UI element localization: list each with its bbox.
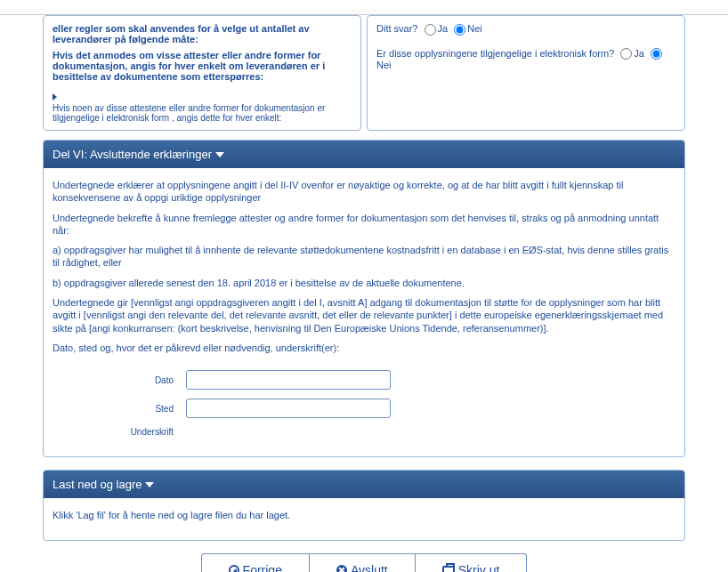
svar-nei-radio[interactable] <box>454 24 465 36</box>
button-bar: Forrige Avslutt Skriv ut <box>43 553 685 572</box>
download-body-text: Klikk 'Lag fil' for å hente ned og lagre… <box>53 509 675 521</box>
elektronisk-ja-radio[interactable] <box>620 48 632 60</box>
download-panel: Last ned og lagre Klikk 'Lag fil' for å … <box>43 470 685 540</box>
chevron-right-icon <box>53 93 57 101</box>
criteria-note: Hvis noen av disse attestene eller andre… <box>53 103 352 123</box>
section-6-title: Del VI: Avsluttende erklæringer <box>53 148 212 161</box>
criteria-text-line1: eller regler som skal anvendes for å vel… <box>53 23 352 34</box>
underskrift-label: Underskrift <box>53 427 186 437</box>
chevron-down-icon <box>215 152 224 157</box>
elektronisk-nei-radio[interactable] <box>651 48 662 60</box>
dato-label: Dato <box>53 375 186 385</box>
criteria-left-box: eller regler som skal anvendes for å vel… <box>43 15 361 131</box>
criteria-text-line2: leverandører på følgende måte: <box>53 34 352 44</box>
sted-label: Sted <box>53 404 186 414</box>
elektronisk-ja-label: Ja <box>634 48 644 59</box>
criteria-right-box: Ditt svar? Ja Nei Er disse opplysningene… <box>367 15 685 131</box>
declaration-p4: b) oppdragsgiver allerede senest den 18.… <box>53 277 675 289</box>
printer-icon <box>442 566 455 572</box>
browser-chrome-placeholder <box>0 9 728 15</box>
svar-ja-label: Ja <box>438 23 449 34</box>
section-6-panel: Del VI: Avsluttende erklæringer Underteg… <box>43 140 685 457</box>
cancel-button-label: Avslutt <box>351 563 388 572</box>
print-button[interactable]: Skriv ut <box>416 553 528 572</box>
declaration-p6: Dato, sted og, hvor det er påkrevd eller… <box>53 342 675 354</box>
section-6-header[interactable]: Del VI: Avsluttende erklæringer <box>44 141 684 168</box>
download-header[interactable]: Last ned og lagre <box>44 471 684 498</box>
elektronisk-nei-label: Nei <box>376 60 392 70</box>
cancel-button[interactable]: Avslutt <box>310 553 416 572</box>
declaration-p1: Undertegnede erklærer at opplysningene a… <box>53 179 675 205</box>
svar-ja-radio[interactable] <box>425 24 436 36</box>
chevron-down-icon <box>145 482 154 487</box>
prev-button-label: Forrige <box>243 563 282 572</box>
svar-nei-label: Nei <box>467 23 482 34</box>
declaration-p2: Undertegnede bekrefte å kunne fremlegge … <box>53 212 675 238</box>
sted-input[interactable] <box>186 399 391 418</box>
criteria-bold-text: Hvis det anmodes om visse attester eller… <box>53 50 352 82</box>
prev-button[interactable]: Forrige <box>201 553 310 572</box>
declaration-p5: Undertegnede gir [vennligst angi oppdrag… <box>53 296 675 334</box>
question-elektronisk-label: Er disse opplysningene tilgjengelige i e… <box>376 48 614 59</box>
arrow-left-circle-icon <box>229 565 239 572</box>
print-button-label: Skriv ut <box>458 563 500 572</box>
dato-input[interactable] <box>186 370 391 390</box>
close-circle-icon <box>336 565 347 572</box>
download-title: Last ned og lagre <box>53 478 142 491</box>
question-svar-label: Ditt svar? <box>376 23 417 34</box>
declaration-p3: a) oppdragsgiver har mulighet til å innh… <box>53 244 675 270</box>
